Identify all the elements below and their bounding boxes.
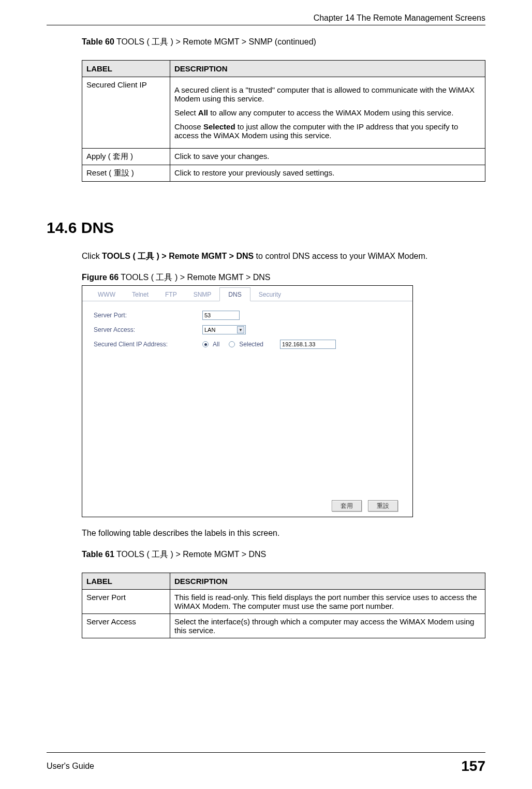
tab-telnet[interactable]: Telnet — [124, 288, 157, 301]
table60-caption-prefix: Table 60 — [82, 37, 114, 46]
table60-row2-desc: Click to restore your previously saved s… — [170, 165, 485, 182]
intro-bold: TOOLS ( 工具 ) > Remote MGMT > DNS — [102, 252, 254, 260]
row-server-access: Server Access: LAN ▼ — [94, 325, 401, 334]
table60-head-label: LABEL — [82, 61, 170, 77]
table61-head-desc: DESCRIPTION — [170, 573, 485, 590]
secured-client-label: Secured Client IP Address: — [94, 341, 202, 348]
section-intro: Click TOOLS ( 工具 ) > Remote MGMT > DNS t… — [82, 250, 485, 262]
table-row: Server Access Select the interface(s) th… — [82, 614, 485, 638]
tab-www[interactable]: WWW — [90, 288, 124, 301]
table60-caption-rest: TOOLS ( 工具 ) > Remote MGMT > SNMP (conti… — [114, 37, 316, 46]
table60-row0-label: Secured Client IP — [82, 77, 170, 149]
table61: LABEL DESCRIPTION Server Port This field… — [82, 573, 485, 638]
table60-row0-p1: A secured client is a "trusted" computer… — [174, 85, 481, 103]
radio-selected-icon — [229, 341, 235, 347]
figure66-screenshot: WWW Telnet FTP SNMP DNS Security Server … — [82, 285, 413, 517]
radio-all-label: All — [213, 341, 219, 348]
footer-guide-label: User's Guide — [47, 762, 94, 771]
figure66-caption-rest: TOOLS ( 工具 ) > Remote MGMT > DNS — [119, 273, 270, 282]
tab-security[interactable]: Security — [250, 288, 289, 301]
page-footer: User's Guide 157 — [47, 752, 485, 775]
chevron-down-icon: ▼ — [237, 326, 244, 333]
post-figure-text: The following table describes the labels… — [82, 529, 485, 538]
table-row: Reset ( 重設 ) Click to restore your previ… — [82, 165, 485, 182]
row-server-port: Server Port: 53 — [94, 311, 401, 320]
table61-head-row: LABEL DESCRIPTION — [82, 573, 485, 590]
secured-radio-group: All Selected 192.168.1.33 — [202, 340, 336, 349]
table61-head-label: LABEL — [82, 573, 170, 590]
tab-ftp[interactable]: FTP — [157, 288, 185, 301]
apply-button[interactable]: 套用 — [332, 500, 362, 512]
header-rule — [47, 25, 485, 25]
tab-dns[interactable]: DNS — [219, 287, 250, 301]
table60-row1-label: Apply ( 套用 ) — [82, 149, 170, 165]
table-row: Apply ( 套用 ) Click to save your changes. — [82, 149, 485, 165]
row-secured-ip: Secured Client IP Address: All Selected … — [94, 340, 401, 349]
server-access-value: LAN — [204, 327, 215, 333]
server-access-select[interactable]: LAN ▼ — [202, 325, 246, 334]
table61-row1-label: Server Access — [82, 614, 170, 638]
table61-caption-prefix: Table 61 — [82, 550, 114, 559]
table61-caption-rest: TOOLS ( 工具 ) > Remote MGMT > DNS — [114, 550, 266, 559]
p3a: Choose — [174, 122, 203, 131]
table61-caption: Table 61 TOOLS ( 工具 ) > Remote MGMT > DN… — [82, 549, 485, 560]
intro-b: to control DNS access to your WiMAX Mode… — [254, 252, 427, 260]
tab-snmp[interactable]: SNMP — [185, 288, 220, 301]
footer-rule — [47, 752, 485, 753]
p3bold: Selected — [203, 122, 235, 131]
server-access-label: Server Access: — [94, 326, 202, 333]
section-heading: 14.6 DNS — [47, 219, 485, 237]
table60-row2-label: Reset ( 重設 ) — [82, 165, 170, 182]
reset-button[interactable]: 重設 — [368, 500, 398, 512]
screenshot-tabs: WWW Telnet FTP SNMP DNS Security — [82, 286, 412, 301]
screenshot-footer: 套用 重設 — [332, 500, 398, 512]
page-number: 157 — [461, 758, 485, 775]
radio-selected-wrap[interactable]: Selected — [229, 341, 263, 348]
table-row: Server Port This field is read-only. Thi… — [82, 590, 485, 614]
table61-row0-label: Server Port — [82, 590, 170, 614]
table60-row0-p2: Select All to allow any computer to acce… — [174, 108, 481, 117]
secured-ip-input[interactable]: 192.168.1.33 — [280, 340, 336, 349]
table60-caption: Table 60 TOOLS ( 工具 ) > Remote MGMT > SN… — [82, 37, 485, 48]
radio-selected-label: Selected — [239, 341, 263, 348]
table60-row1-desc: Click to save your changes. — [170, 149, 485, 165]
server-port-label: Server Port: — [94, 312, 202, 319]
chapter-header: Chapter 14 The Remote Management Screens — [47, 13, 485, 23]
table-row: Secured Client IP A secured client is a … — [82, 77, 485, 149]
intro-a: Click — [82, 252, 102, 260]
p2a: Select — [174, 108, 198, 117]
figure66-caption: Figure 66 TOOLS ( 工具 ) > Remote MGMT > D… — [82, 272, 485, 283]
table60-row0-p3: Choose Selected to just allow the comput… — [174, 122, 481, 140]
table60-head-desc: DESCRIPTION — [170, 61, 485, 77]
table60-row0-desc: A secured client is a "trusted" computer… — [170, 77, 485, 149]
screenshot-body: Server Port: 53 Server Access: LAN ▼ Sec… — [82, 301, 412, 363]
table60-head-row: LABEL DESCRIPTION — [82, 61, 485, 77]
p2bold: All — [198, 108, 208, 117]
table61-row0-desc: This field is read-only. This field disp… — [170, 590, 485, 614]
table60: LABEL DESCRIPTION Secured Client IP A se… — [82, 60, 485, 182]
server-port-input[interactable]: 53 — [202, 311, 240, 320]
p2b: to allow any computer to access the WiMA… — [208, 108, 453, 117]
figure66-caption-prefix: Figure 66 — [82, 273, 119, 282]
radio-all-icon — [202, 341, 209, 347]
radio-all-wrap[interactable]: All — [202, 341, 219, 348]
table61-row1-desc: Select the interface(s) through which a … — [170, 614, 485, 638]
